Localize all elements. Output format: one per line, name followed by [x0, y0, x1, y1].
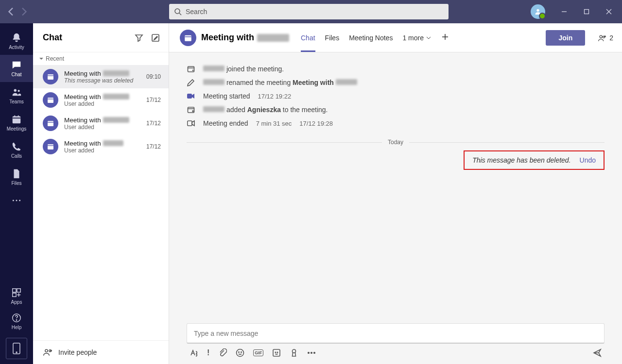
svg-point-24 — [600, 35, 602, 38]
chat-header: Meeting with Chat Files Meeting Notes 1 … — [169, 23, 622, 52]
chat-item-title: Meeting with — [64, 93, 101, 100]
timestamp: 17/12 19:28 — [299, 120, 333, 127]
rail-label: Apps — [11, 299, 22, 305]
section-recent-toggle[interactable]: Recent — [33, 52, 169, 65]
tab-files[interactable]: Files — [325, 23, 340, 52]
redacted-text — [103, 94, 129, 99]
chat-item-time: 09:10 — [146, 73, 161, 80]
rail-meetings[interactable]: Meetings — [0, 109, 33, 136]
system-started-row: Meeting started 17/12 19:22 — [187, 89, 605, 103]
nav-back-button[interactable] — [5, 6, 17, 17]
chat-item-title: Meeting with — [64, 116, 101, 124]
svg-rect-27 — [187, 94, 192, 99]
rail-label: Files — [11, 181, 21, 186]
svg-point-7 — [16, 200, 17, 201]
rail-chat[interactable]: Chat — [0, 55, 33, 82]
undo-button[interactable]: Undo — [580, 156, 596, 164]
redacted-text — [103, 70, 129, 76]
priority-icon[interactable]: ! — [207, 348, 209, 357]
gif-icon[interactable]: GIF — [253, 349, 263, 356]
chat-item-title: Meeting with — [64, 140, 101, 147]
rail-more[interactable] — [0, 191, 33, 210]
chat-list-item[interactable]: Meeting with User added 17/12 — [33, 112, 169, 135]
meeting-avatar — [43, 92, 58, 108]
rail-activity[interactable]: Activity — [0, 28, 33, 55]
profile-avatar[interactable] — [531, 4, 545, 19]
svg-point-13 — [16, 320, 17, 320]
redacted-text — [203, 106, 225, 112]
more-icon[interactable] — [307, 351, 316, 354]
rail-apps[interactable]: Apps — [0, 283, 33, 309]
sticker-icon[interactable] — [272, 348, 281, 357]
tab-meeting-notes[interactable]: Meeting Notes — [349, 23, 393, 52]
chevron-down-icon — [426, 35, 432, 41]
rail-mobile-button[interactable] — [6, 338, 27, 359]
add-tab-button[interactable] — [441, 33, 449, 42]
nav-forward-button[interactable] — [18, 6, 30, 17]
invite-label: Invite people — [58, 348, 97, 356]
svg-rect-2 — [585, 10, 589, 14]
calendar-icon — [47, 73, 54, 81]
invite-icon — [43, 347, 52, 357]
rail-label: Chat — [11, 72, 21, 77]
svg-point-30 — [237, 349, 244, 357]
svg-point-35 — [277, 352, 278, 352]
svg-point-34 — [276, 352, 276, 352]
message-input[interactable]: Type a new message — [187, 323, 605, 344]
svg-point-0 — [175, 9, 180, 14]
redacted-text — [336, 79, 357, 85]
chat-list-item[interactable]: Meeting with This message was deleted 09… — [33, 65, 169, 88]
join-button[interactable]: Join — [546, 30, 585, 46]
svg-rect-18 — [48, 98, 53, 103]
format-icon[interactable] — [190, 348, 198, 357]
svg-rect-11 — [13, 293, 16, 297]
attach-icon[interactable] — [218, 348, 227, 357]
bell-icon — [11, 33, 22, 43]
teams-icon — [11, 87, 22, 98]
rail-calls[interactable]: Calls — [0, 136, 33, 164]
window-close-button[interactable] — [598, 0, 620, 23]
tab-more-dropdown[interactable]: 1 more — [402, 34, 432, 42]
praise-icon[interactable] — [290, 348, 298, 357]
rail-teams[interactable]: Teams — [0, 82, 33, 109]
person-icon — [534, 8, 542, 16]
chat-list-panel: Chat Recent Meeting with This message wa… — [33, 23, 169, 364]
help-icon — [11, 313, 22, 323]
window-minimize-button[interactable] — [553, 0, 575, 23]
chat-item-title: Meeting with — [64, 70, 101, 77]
send-icon[interactable] — [593, 348, 602, 357]
search-input[interactable]: Search — [169, 4, 449, 19]
chat-item-subtitle: User added — [64, 100, 140, 107]
rail-help[interactable]: Help — [0, 309, 33, 334]
compose-icon[interactable] — [151, 33, 160, 42]
meeting-avatar — [43, 69, 58, 84]
filter-icon[interactable] — [135, 33, 143, 42]
svg-point-3 — [14, 89, 17, 92]
calendar-icon — [47, 96, 54, 104]
rail-files[interactable]: Files — [0, 164, 33, 191]
apps-icon — [11, 287, 22, 298]
svg-point-31 — [239, 352, 239, 352]
redacted-text — [203, 66, 225, 71]
svg-rect-9 — [13, 289, 16, 292]
emoji-icon[interactable] — [236, 348, 244, 357]
tab-chat[interactable]: Chat — [301, 23, 315, 52]
svg-rect-17 — [48, 74, 53, 80]
title-bar: Search — [0, 0, 622, 23]
chat-list-item[interactable]: Meeting with User added 17/12 — [33, 88, 169, 112]
participants-button[interactable]: 2 — [598, 33, 613, 42]
window-maximize-button[interactable] — [575, 0, 598, 23]
svg-rect-19 — [48, 121, 53, 126]
svg-point-8 — [19, 200, 20, 201]
redacted-text — [203, 79, 225, 85]
calendar-icon — [11, 114, 22, 125]
chat-list-item[interactable]: Meeting with User added 17/12 — [33, 135, 169, 158]
video-icon — [187, 92, 195, 100]
svg-point-36 — [308, 352, 310, 354]
app-rail: Activity Chat Teams Meetings Calls Files — [0, 23, 33, 364]
invite-people-button[interactable]: Invite people — [33, 340, 169, 364]
svg-point-32 — [241, 352, 242, 352]
calendar-icon — [184, 33, 192, 42]
rail-label: Meetings — [7, 126, 27, 132]
date-divider: Today — [187, 139, 605, 146]
